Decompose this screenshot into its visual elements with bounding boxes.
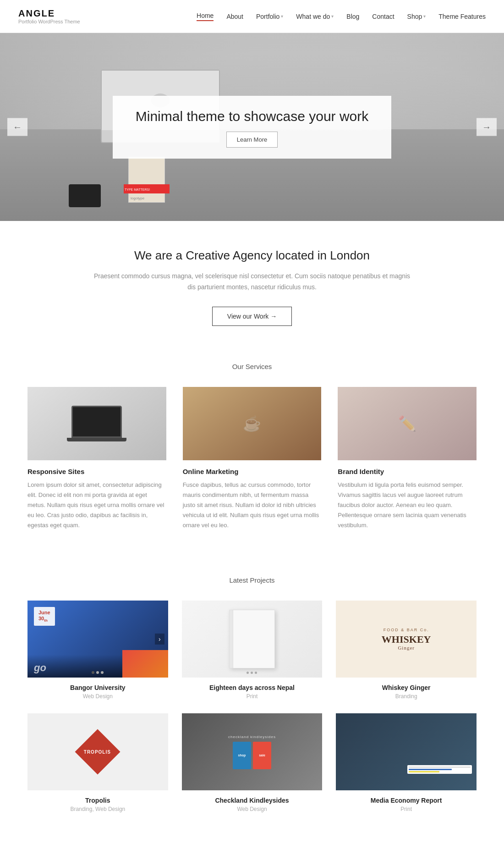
project-whiskey[interactable]: FOOD & BAR Co. WHISKEYGinger Whiskey Gin…	[336, 601, 477, 700]
services-section: Our Services Responsive Sites Lorem ipsu…	[0, 344, 504, 558]
checkland-sign2: sale	[253, 742, 271, 769]
media-cell-4	[407, 765, 472, 774]
project-type-tropolis: Branding, Web Design	[27, 806, 168, 812]
project-name-nepal: Eighteen days across Nepal	[182, 684, 323, 691]
hero-title: Minimal theme to showcase your work	[136, 109, 369, 124]
bangor-next-arrow[interactable]: ›	[155, 634, 164, 645]
dot-2	[96, 671, 99, 674]
project-thumb-checkland: checkland kindleysides shop sale	[182, 713, 323, 790]
dot-1	[92, 671, 94, 674]
project-name-tropolis: Tropolis	[27, 797, 168, 804]
media-chart-bar1	[409, 766, 471, 768]
service-desc-brand: Vestibulum id ligula porta felis euismod…	[338, 480, 477, 530]
laptop-illustration	[67, 406, 126, 441]
nav-item-contact[interactable]: Contact	[372, 13, 394, 20]
nav-item-shop[interactable]: Shop ▾	[407, 13, 426, 20]
service-img-meeting: ☕	[183, 387, 322, 460]
nepal-book	[229, 610, 275, 668]
portfolio-caret: ▾	[281, 14, 283, 19]
dot-3	[101, 671, 104, 674]
projects-grid: June30th go › Bangor University Web Desi…	[27, 601, 477, 812]
checkland-signs: shop sale	[233, 742, 271, 769]
service-img-laptop	[27, 387, 166, 460]
project-thumb-media	[336, 713, 477, 790]
checkland-sign1: shop	[233, 742, 251, 769]
laptop-screen	[71, 406, 122, 438]
project-nepal[interactable]: Eighteen days across Nepal Print	[182, 601, 323, 700]
project-type-bangor: Web Design	[27, 693, 168, 700]
nepal-dot-2	[251, 672, 253, 674]
site-header: ANGLE Portfolio WordPress Theme Home Abo…	[0, 0, 504, 33]
project-type-whiskey: Branding	[336, 693, 477, 700]
main-nav: Home About Portfolio ▾ What we do ▾ Blog…	[197, 12, 486, 21]
hero-book1: logotype	[128, 157, 165, 203]
project-type-nepal: Print	[182, 693, 323, 700]
logo-tagline: Portfolio WordPress Theme	[18, 19, 80, 24]
nav-item-home[interactable]: Home	[197, 12, 214, 21]
service-desc-marketing: Fusce dapibus, tellus ac cursus commodo,…	[183, 480, 322, 530]
bangor-accent	[122, 650, 168, 678]
project-name-checkland: Checkland Kindleysides	[182, 797, 323, 804]
nav-item-blog[interactable]: Blog	[346, 13, 359, 20]
nav-item-about[interactable]: About	[226, 13, 243, 20]
nav-item-portfolio[interactable]: Portfolio ▾	[256, 13, 283, 20]
meeting-illustration: ☕	[183, 387, 322, 460]
project-thumb-tropolis: TROPOLIS	[27, 713, 168, 790]
whiskey-ginger: Ginger	[382, 645, 431, 651]
services-grid: Responsive Sites Lorem ipsum dolor sit a…	[27, 387, 477, 530]
intro-text: Praesent commodo cursus magna, vel scele…	[92, 271, 412, 293]
nav-item-theme-features[interactable]: Theme Features	[438, 13, 486, 20]
hero-section: logotype TYPE MATTERS! ← Minimal theme t…	[0, 33, 504, 221]
project-name-bangor: Bangor University	[27, 684, 168, 691]
service-name-brand: Brand Identity	[338, 468, 477, 475]
hero-arrow-right[interactable]: →	[477, 118, 497, 136]
media-chart-bar2	[409, 769, 452, 770]
hero-content: Minimal theme to showcase your work Lear…	[113, 96, 392, 159]
logo: ANGLE Portfolio WordPress Theme	[18, 8, 80, 24]
hero-arrow-left[interactable]: ←	[7, 118, 27, 136]
book-spine	[230, 610, 233, 668]
bangor-logo-text: go	[34, 662, 46, 674]
bangor-date-badge: June30th	[34, 607, 55, 626]
collab-illustration: ✏️	[338, 387, 477, 460]
nav-item-whatwedo[interactable]: What we do ▾	[296, 13, 334, 20]
intro-section: We are a Creative Agency located in Lond…	[0, 221, 504, 344]
whatwedo-caret: ▾	[331, 14, 334, 19]
projects-section: Latest Projects June30th go › Bangor	[0, 558, 504, 840]
service-online-marketing: ☕ Online Marketing Fusce dapibus, tellus…	[183, 387, 322, 530]
project-thumb-bangor: June30th go ›	[27, 601, 168, 678]
checkland-label-top: checkland kindleysides	[228, 735, 276, 739]
whiskey-text: WHISKEYGinger	[382, 634, 431, 651]
laptop-base	[67, 438, 126, 441]
project-name-media: Media Economy Report	[336, 797, 477, 804]
nepal-dot-1	[247, 672, 249, 674]
tropolis-diamond-wrap: TROPOLIS	[77, 731, 118, 772]
project-thumb-whiskey: FOOD & BAR Co. WHISKEYGinger	[336, 601, 477, 678]
service-brand-identity: ✏️ Brand Identity Vestibulum id ligula p…	[338, 387, 477, 530]
bangor-slide-dots	[92, 671, 104, 674]
project-bangor[interactable]: June30th go › Bangor University Web Desi…	[27, 601, 168, 700]
service-name-marketing: Online Marketing	[183, 468, 322, 475]
project-checkland[interactable]: checkland kindleysides shop sale Checkla…	[182, 713, 323, 812]
service-img-collab: ✏️	[338, 387, 477, 460]
service-responsive-sites: Responsive Sites Lorem ipsum dolor sit a…	[27, 387, 166, 530]
hero-camera	[69, 184, 101, 207]
project-type-checkland: Web Design	[182, 806, 323, 812]
view-our-work-button[interactable]: View our Work →	[212, 307, 292, 326]
intro-title: We are a Creative Agency located in Lond…	[92, 248, 412, 263]
hero-book2: TYPE MATTERS!	[124, 184, 170, 193]
bangor-content: June30th go	[27, 601, 168, 678]
tropolis-label: TROPOLIS	[84, 750, 111, 755]
nepal-dots	[247, 672, 257, 674]
hero-learn-more-button[interactable]: Learn More	[226, 132, 278, 148]
project-media[interactable]: Media Economy Report Print	[336, 713, 477, 812]
project-type-media: Print	[336, 806, 477, 812]
service-desc-responsive: Lorem ipsum dolor sit amet, consectetur …	[27, 480, 166, 530]
nepal-dot-3	[255, 672, 257, 674]
project-name-whiskey: Whiskey Ginger	[336, 684, 477, 691]
project-thumb-nepal	[182, 601, 323, 678]
media-chart-bar3	[409, 771, 440, 772]
project-tropolis[interactable]: TROPOLIS Tropolis Branding, Web Design	[27, 713, 168, 812]
whiskey-subtitle-top: FOOD & BAR Co.	[383, 628, 429, 632]
service-name-responsive: Responsive Sites	[27, 468, 166, 475]
